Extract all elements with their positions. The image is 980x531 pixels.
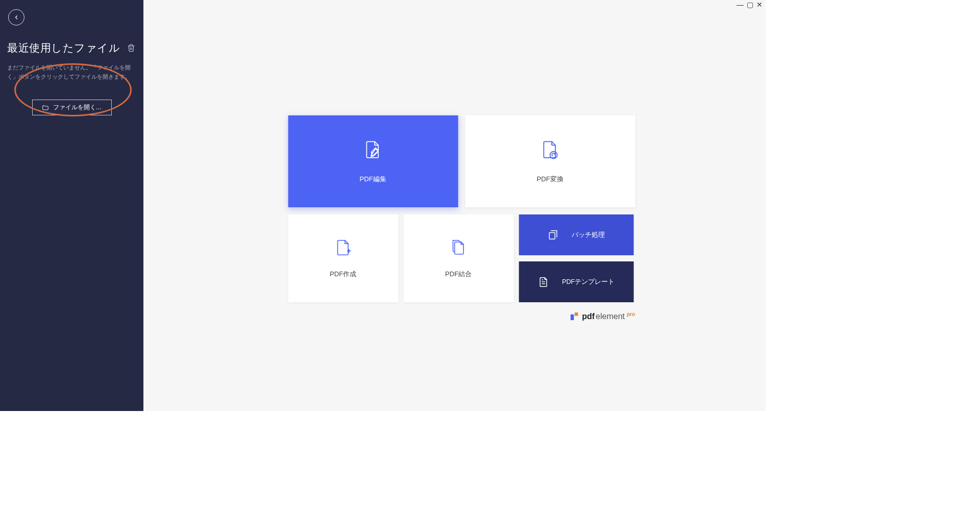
open-file-label: ファイルを開く… — [53, 103, 102, 112]
file-create-icon — [333, 238, 353, 257]
trash-icon[interactable] — [127, 44, 135, 52]
batch-icon — [547, 229, 558, 240]
tile-pdf-edit[interactable]: PDF編集 — [288, 115, 458, 207]
svg-rect-3 — [574, 312, 578, 316]
tile-template[interactable]: PDFテンプレート — [519, 261, 633, 302]
tile-pdf-combine[interactable]: PDF結合 — [403, 214, 513, 302]
brand-logo: pdfelement pro — [288, 311, 635, 321]
brand-mark-icon — [570, 312, 578, 320]
file-edit-icon — [362, 139, 384, 160]
tile-pdf-create[interactable]: PDF作成 — [288, 214, 398, 302]
tile-pdf-create-label: PDF作成 — [330, 270, 356, 279]
tile-pdf-combine-label: PDF結合 — [445, 270, 472, 279]
sidebar: 最近使用したファイル まだファイルを開いていません。「ファイルを開く」ボタンをク… — [0, 0, 143, 411]
brand-element: element — [596, 312, 625, 321]
folder-icon — [42, 104, 49, 111]
open-file-button[interactable]: ファイルを開く… — [32, 100, 112, 115]
tile-template-label: PDFテンプレート — [562, 278, 615, 286]
tile-pdf-convert-label: PDF変換 — [537, 175, 564, 184]
maximize-button[interactable]: ▢ — [747, 1, 753, 8]
close-button[interactable]: ✕ — [756, 1, 763, 8]
brand-pro: pro — [627, 311, 635, 317]
back-button[interactable] — [8, 9, 24, 26]
tile-pdf-convert[interactable]: PDF変換 — [465, 115, 635, 207]
main-area: — ▢ ✕ PDF編集 — [143, 0, 766, 411]
minimize-button[interactable]: — — [737, 1, 744, 8]
template-icon — [537, 276, 549, 287]
svg-rect-2 — [570, 315, 574, 320]
window-controls: — ▢ ✕ — [737, 1, 763, 8]
chevron-left-icon — [13, 14, 19, 20]
file-convert-icon — [540, 139, 561, 160]
recent-empty-text: まだファイルを開いていません。「ファイルを開く」ボタンをクリックしてファイルを開… — [7, 63, 136, 81]
tile-grid: PDF編集 PDF変換 — [288, 115, 635, 302]
tile-batch[interactable]: バッチ処理 — [519, 214, 633, 255]
file-combine-icon — [449, 238, 468, 257]
svg-rect-1 — [549, 232, 555, 239]
recent-files-title: 最近使用したファイル — [7, 41, 120, 55]
tile-pdf-edit-label: PDF編集 — [360, 175, 386, 184]
brand-pdf: pdf — [582, 312, 595, 321]
tile-batch-label: バッチ処理 — [572, 231, 605, 239]
